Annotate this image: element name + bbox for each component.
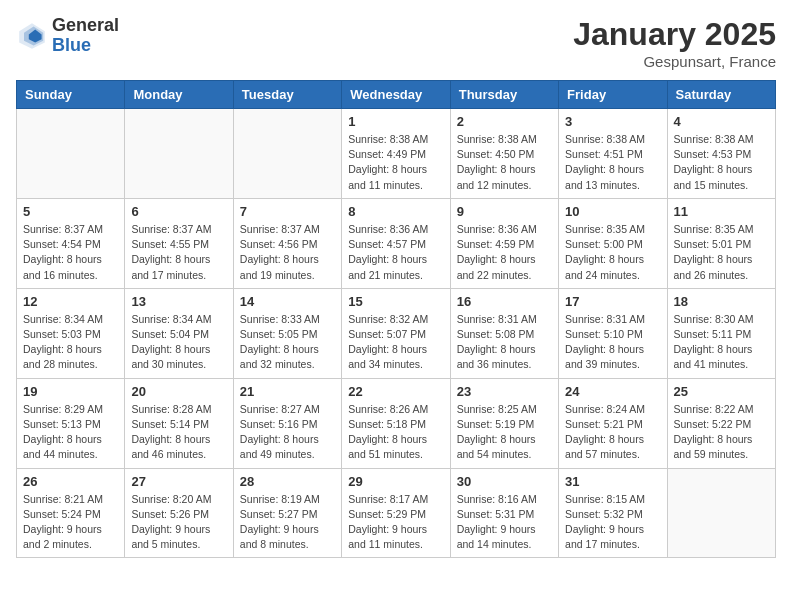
page-header: General Blue January 2025 Gespunsart, Fr… xyxy=(16,16,776,70)
calendar-cell: 31Sunrise: 8:15 AM Sunset: 5:32 PM Dayli… xyxy=(559,468,667,558)
week-row-1: 1Sunrise: 8:38 AM Sunset: 4:49 PM Daylig… xyxy=(17,109,776,199)
calendar-cell: 7Sunrise: 8:37 AM Sunset: 4:56 PM Daylig… xyxy=(233,198,341,288)
calendar-cell: 20Sunrise: 8:28 AM Sunset: 5:14 PM Dayli… xyxy=(125,378,233,468)
day-number: 5 xyxy=(23,204,118,219)
calendar-cell: 12Sunrise: 8:34 AM Sunset: 5:03 PM Dayli… xyxy=(17,288,125,378)
day-number: 3 xyxy=(565,114,660,129)
day-number: 25 xyxy=(674,384,769,399)
day-number: 30 xyxy=(457,474,552,489)
calendar-cell: 24Sunrise: 8:24 AM Sunset: 5:21 PM Dayli… xyxy=(559,378,667,468)
calendar-cell: 13Sunrise: 8:34 AM Sunset: 5:04 PM Dayli… xyxy=(125,288,233,378)
calendar-table: SundayMondayTuesdayWednesdayThursdayFrid… xyxy=(16,80,776,558)
day-number: 18 xyxy=(674,294,769,309)
day-number: 24 xyxy=(565,384,660,399)
day-info: Sunrise: 8:38 AM Sunset: 4:51 PM Dayligh… xyxy=(565,132,660,193)
week-row-4: 19Sunrise: 8:29 AM Sunset: 5:13 PM Dayli… xyxy=(17,378,776,468)
day-number: 8 xyxy=(348,204,443,219)
day-number: 16 xyxy=(457,294,552,309)
calendar-cell: 27Sunrise: 8:20 AM Sunset: 5:26 PM Dayli… xyxy=(125,468,233,558)
day-info: Sunrise: 8:22 AM Sunset: 5:22 PM Dayligh… xyxy=(674,402,769,463)
day-number: 9 xyxy=(457,204,552,219)
day-info: Sunrise: 8:21 AM Sunset: 5:24 PM Dayligh… xyxy=(23,492,118,553)
calendar-cell: 4Sunrise: 8:38 AM Sunset: 4:53 PM Daylig… xyxy=(667,109,775,199)
day-number: 28 xyxy=(240,474,335,489)
day-info: Sunrise: 8:37 AM Sunset: 4:55 PM Dayligh… xyxy=(131,222,226,283)
weekday-header-monday: Monday xyxy=(125,81,233,109)
calendar-cell: 3Sunrise: 8:38 AM Sunset: 4:51 PM Daylig… xyxy=(559,109,667,199)
day-info: Sunrise: 8:38 AM Sunset: 4:50 PM Dayligh… xyxy=(457,132,552,193)
weekday-header-friday: Friday xyxy=(559,81,667,109)
calendar-cell: 19Sunrise: 8:29 AM Sunset: 5:13 PM Dayli… xyxy=(17,378,125,468)
day-number: 12 xyxy=(23,294,118,309)
calendar-cell: 26Sunrise: 8:21 AM Sunset: 5:24 PM Dayli… xyxy=(17,468,125,558)
day-number: 7 xyxy=(240,204,335,219)
weekday-header-row: SundayMondayTuesdayWednesdayThursdayFrid… xyxy=(17,81,776,109)
day-info: Sunrise: 8:35 AM Sunset: 5:00 PM Dayligh… xyxy=(565,222,660,283)
logo-icon xyxy=(16,20,48,52)
week-row-3: 12Sunrise: 8:34 AM Sunset: 5:03 PM Dayli… xyxy=(17,288,776,378)
day-number: 13 xyxy=(131,294,226,309)
day-number: 4 xyxy=(674,114,769,129)
day-info: Sunrise: 8:37 AM Sunset: 4:56 PM Dayligh… xyxy=(240,222,335,283)
day-number: 29 xyxy=(348,474,443,489)
day-info: Sunrise: 8:34 AM Sunset: 5:03 PM Dayligh… xyxy=(23,312,118,373)
day-number: 1 xyxy=(348,114,443,129)
day-number: 11 xyxy=(674,204,769,219)
calendar-cell xyxy=(17,109,125,199)
calendar-cell xyxy=(667,468,775,558)
weekday-header-tuesday: Tuesday xyxy=(233,81,341,109)
week-row-5: 26Sunrise: 8:21 AM Sunset: 5:24 PM Dayli… xyxy=(17,468,776,558)
calendar-cell: 1Sunrise: 8:38 AM Sunset: 4:49 PM Daylig… xyxy=(342,109,450,199)
calendar-cell: 16Sunrise: 8:31 AM Sunset: 5:08 PM Dayli… xyxy=(450,288,558,378)
calendar-cell: 15Sunrise: 8:32 AM Sunset: 5:07 PM Dayli… xyxy=(342,288,450,378)
day-number: 14 xyxy=(240,294,335,309)
day-number: 26 xyxy=(23,474,118,489)
weekday-header-thursday: Thursday xyxy=(450,81,558,109)
day-info: Sunrise: 8:19 AM Sunset: 5:27 PM Dayligh… xyxy=(240,492,335,553)
day-info: Sunrise: 8:33 AM Sunset: 5:05 PM Dayligh… xyxy=(240,312,335,373)
day-info: Sunrise: 8:24 AM Sunset: 5:21 PM Dayligh… xyxy=(565,402,660,463)
day-number: 6 xyxy=(131,204,226,219)
weekday-header-saturday: Saturday xyxy=(667,81,775,109)
calendar-cell: 28Sunrise: 8:19 AM Sunset: 5:27 PM Dayli… xyxy=(233,468,341,558)
location: Gespunsart, France xyxy=(573,53,776,70)
week-row-2: 5Sunrise: 8:37 AM Sunset: 4:54 PM Daylig… xyxy=(17,198,776,288)
calendar-cell: 14Sunrise: 8:33 AM Sunset: 5:05 PM Dayli… xyxy=(233,288,341,378)
calendar-cell: 18Sunrise: 8:30 AM Sunset: 5:11 PM Dayli… xyxy=(667,288,775,378)
day-number: 23 xyxy=(457,384,552,399)
day-info: Sunrise: 8:26 AM Sunset: 5:18 PM Dayligh… xyxy=(348,402,443,463)
calendar-cell: 9Sunrise: 8:36 AM Sunset: 4:59 PM Daylig… xyxy=(450,198,558,288)
day-number: 19 xyxy=(23,384,118,399)
day-info: Sunrise: 8:17 AM Sunset: 5:29 PM Dayligh… xyxy=(348,492,443,553)
day-number: 27 xyxy=(131,474,226,489)
day-info: Sunrise: 8:38 AM Sunset: 4:49 PM Dayligh… xyxy=(348,132,443,193)
day-info: Sunrise: 8:29 AM Sunset: 5:13 PM Dayligh… xyxy=(23,402,118,463)
day-number: 10 xyxy=(565,204,660,219)
day-info: Sunrise: 8:27 AM Sunset: 5:16 PM Dayligh… xyxy=(240,402,335,463)
day-info: Sunrise: 8:34 AM Sunset: 5:04 PM Dayligh… xyxy=(131,312,226,373)
calendar-cell: 22Sunrise: 8:26 AM Sunset: 5:18 PM Dayli… xyxy=(342,378,450,468)
day-info: Sunrise: 8:16 AM Sunset: 5:31 PM Dayligh… xyxy=(457,492,552,553)
day-info: Sunrise: 8:20 AM Sunset: 5:26 PM Dayligh… xyxy=(131,492,226,553)
calendar-cell: 2Sunrise: 8:38 AM Sunset: 4:50 PM Daylig… xyxy=(450,109,558,199)
day-number: 17 xyxy=(565,294,660,309)
day-number: 2 xyxy=(457,114,552,129)
day-info: Sunrise: 8:31 AM Sunset: 5:10 PM Dayligh… xyxy=(565,312,660,373)
day-info: Sunrise: 8:25 AM Sunset: 5:19 PM Dayligh… xyxy=(457,402,552,463)
day-info: Sunrise: 8:28 AM Sunset: 5:14 PM Dayligh… xyxy=(131,402,226,463)
calendar-cell: 10Sunrise: 8:35 AM Sunset: 5:00 PM Dayli… xyxy=(559,198,667,288)
calendar-cell: 8Sunrise: 8:36 AM Sunset: 4:57 PM Daylig… xyxy=(342,198,450,288)
day-info: Sunrise: 8:36 AM Sunset: 4:59 PM Dayligh… xyxy=(457,222,552,283)
day-info: Sunrise: 8:32 AM Sunset: 5:07 PM Dayligh… xyxy=(348,312,443,373)
weekday-header-sunday: Sunday xyxy=(17,81,125,109)
calendar-cell: 17Sunrise: 8:31 AM Sunset: 5:10 PM Dayli… xyxy=(559,288,667,378)
calendar-cell xyxy=(125,109,233,199)
calendar-cell xyxy=(233,109,341,199)
day-number: 15 xyxy=(348,294,443,309)
day-info: Sunrise: 8:38 AM Sunset: 4:53 PM Dayligh… xyxy=(674,132,769,193)
calendar-cell: 11Sunrise: 8:35 AM Sunset: 5:01 PM Dayli… xyxy=(667,198,775,288)
day-info: Sunrise: 8:37 AM Sunset: 4:54 PM Dayligh… xyxy=(23,222,118,283)
day-number: 22 xyxy=(348,384,443,399)
day-info: Sunrise: 8:15 AM Sunset: 5:32 PM Dayligh… xyxy=(565,492,660,553)
day-info: Sunrise: 8:36 AM Sunset: 4:57 PM Dayligh… xyxy=(348,222,443,283)
